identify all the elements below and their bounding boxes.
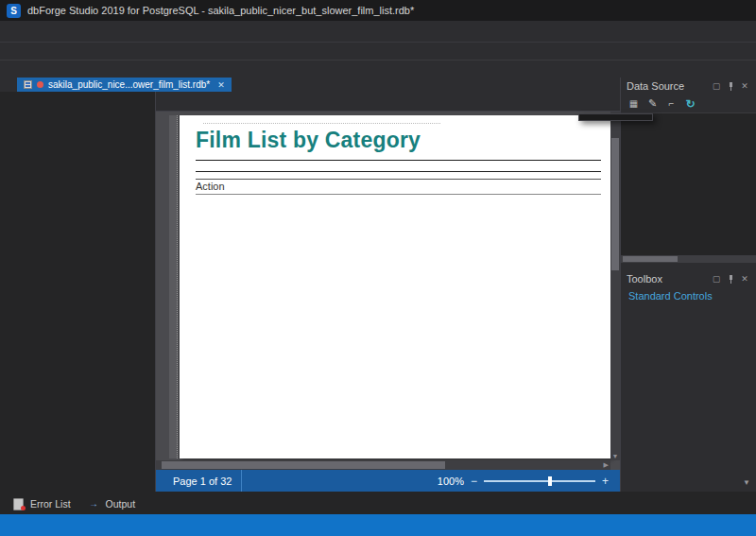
panel-maximize-icon[interactable]: ▢ (711, 81, 722, 91)
panel-maximize-icon[interactable]: ▢ (711, 274, 722, 284)
report-table-header (196, 160, 601, 172)
zoom-slider-thumb[interactable] (548, 476, 552, 486)
horizontal-scroll-thumb[interactable] (162, 461, 445, 469)
main-area: sakila_public_nice...ower_film_list.rdb*… (0, 78, 756, 492)
report-group-label: Action (196, 179, 601, 195)
vertical-scrollbar[interactable]: ▲ ▼ (610, 112, 620, 460)
menubar (0, 21, 756, 42)
panel-close-icon[interactable]: ✕ (739, 81, 750, 91)
tab-close-icon[interactable]: ✕ (217, 80, 225, 90)
report-structure-tree (0, 92, 156, 492)
datasource-wrench-icon[interactable] (663, 96, 679, 112)
edit-query-icon[interactable] (644, 96, 661, 112)
data-source-hscrollbar[interactable] (621, 255, 756, 263)
right-panels: Data Source ▢ ✕ Toolbox ▢ ✕ Standard Con (620, 78, 756, 492)
zoom-minus-icon[interactable]: − (471, 475, 477, 488)
window-title: dbForge Studio 2019 for PostgreSQL - sak… (27, 5, 414, 16)
scroll-right-icon[interactable]: ▶ (604, 461, 609, 469)
preview-toolbar (156, 92, 620, 112)
output-icon (86, 496, 102, 511)
view-tabs-bar: Page 1 of 32 100% − + (156, 470, 620, 492)
app-logo-icon: S (7, 4, 21, 18)
document-tab[interactable]: sakila_public_nice...ower_film_list.rdb*… (17, 78, 232, 92)
refresh-icon[interactable] (682, 96, 698, 112)
add-datasource-icon[interactable] (626, 96, 642, 112)
toolbar-format (0, 60, 756, 78)
clipboard-error-icon (10, 496, 26, 511)
titlebar: S dbForge Studio 2019 for PostgreSQL - s… (0, 0, 756, 21)
toolbar-standard (0, 42, 756, 60)
report-title: Film List by Category (196, 128, 601, 153)
page-indicator: Page 1 of 32 (163, 470, 242, 492)
report-file-icon (24, 80, 32, 89)
output-button[interactable]: Output (79, 494, 143, 513)
scroll-down-icon[interactable]: ▼ (610, 453, 620, 459)
modified-dot-icon (37, 81, 43, 88)
panel-close-icon[interactable]: ✕ (739, 274, 750, 284)
export-dropdown-menu (578, 113, 653, 121)
zoom-slider[interactable] (484, 480, 595, 482)
panel-pin-icon[interactable] (726, 81, 735, 91)
vertical-scroll-thumb[interactable] (611, 138, 619, 270)
data-source-toolbar (621, 95, 756, 113)
margin-guide-top (203, 123, 440, 124)
panel-pin-icon[interactable] (726, 274, 735, 284)
preview-canvas: Film List by Category Action ▲ ▼ ▶ (156, 112, 620, 470)
error-list-button[interactable]: Error List (4, 494, 77, 513)
bottom-tool-strip: Error List Output (0, 492, 756, 514)
margin-guide (169, 115, 178, 458)
document-tab-title: sakila_public_nice...ower_film_list.rdb* (48, 79, 210, 90)
toolbox-panel: Toolbox ▢ ✕ Standard Controls ▼ (621, 270, 756, 490)
toolbox-list: ▼ (621, 304, 756, 490)
data-source-tree (621, 113, 756, 255)
toolbox-scroll-down-icon[interactable]: ▼ (743, 478, 750, 487)
data-source-scroll-thumb[interactable] (623, 256, 678, 262)
data-source-panel: Data Source ▢ ✕ (621, 78, 756, 263)
toolbox-section-header[interactable]: Standard Controls (621, 287, 756, 304)
toolbox-panel-title: Toolbox (627, 273, 707, 285)
document-tab-strip: sakila_public_nice...ower_film_list.rdb*… (0, 78, 620, 92)
zoom-plus-icon[interactable]: + (602, 475, 609, 488)
data-source-panel-title: Data Source (627, 80, 707, 92)
zoom-value: 100% (438, 475, 464, 487)
status-bar (0, 514, 756, 536)
report-page: Film List by Category Action (180, 115, 610, 458)
horizontal-scrollbar[interactable]: ▶ (156, 460, 610, 470)
zoom-control: 100% − + (438, 475, 614, 488)
